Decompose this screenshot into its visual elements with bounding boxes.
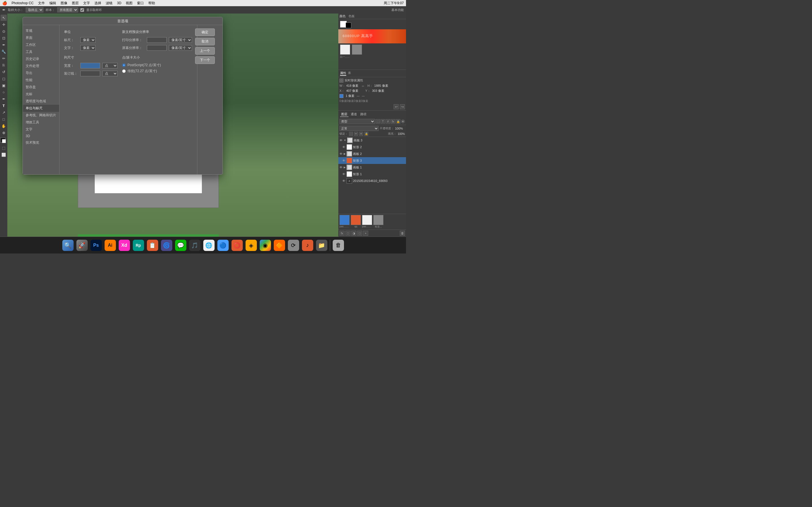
print-res-unit-select[interactable]: 像素/英寸 像素/厘米 <box>169 37 192 43</box>
show-ring-checkbox[interactable] <box>80 8 84 12</box>
dock-app12[interactable]: 🔵 <box>216 239 230 252</box>
prefs-item-interface[interactable]: 界面 <box>23 34 59 41</box>
ruler-unit-select[interactable]: 像素 英寸 厘米 <box>80 37 96 43</box>
thumb-1[interactable] <box>340 45 350 55</box>
menu-view[interactable]: 视图 <box>126 1 133 6</box>
apple-menu[interactable]: 🍎 <box>2 1 7 5</box>
gutter-input[interactable]: 12 <box>80 71 100 76</box>
zoom-tool[interactable]: ⊕ <box>1 129 7 136</box>
eye-rect3[interactable]: 👁 <box>342 159 346 163</box>
dodge-tool[interactable]: ○ <box>1 89 7 95</box>
add-mask-button[interactable]: □ <box>345 231 350 236</box>
cancel-button[interactable]: 取消 <box>195 38 215 45</box>
eye-artboard2[interactable]: 👁 <box>339 152 343 156</box>
prefs-item-units[interactable]: 单位与标尺 <box>23 105 59 112</box>
dock-app19[interactable]: 📁 <box>315 239 328 252</box>
undo-button[interactable]: ↩ <box>394 104 399 109</box>
prev-button[interactable]: 上一个 <box>195 47 215 55</box>
filter-icon5[interactable]: 🔒 <box>396 119 400 124</box>
lock-all-btn[interactable]: 🔒 <box>364 132 368 136</box>
bottom-thumb-img1[interactable] <box>340 215 350 225</box>
crop-tool[interactable]: ⊡ <box>1 35 7 41</box>
hand-tool[interactable]: ✋ <box>1 123 7 129</box>
prefs-item-history[interactable]: 历史记录 <box>23 55 59 62</box>
dock-xd[interactable]: Xd <box>118 239 131 252</box>
add-fx-button[interactable]: fx <box>340 231 345 236</box>
menu-text[interactable]: 文字 <box>83 1 90 6</box>
menu-edit[interactable]: 编辑 <box>49 1 56 6</box>
layer-img[interactable]: 👁 A 20150518154610_69093 <box>338 177 406 184</box>
dock-launchpad[interactable]: 🚀 <box>75 239 89 252</box>
prefs-item-scratch[interactable]: 暂存盘 <box>23 83 59 91</box>
prefs-item-type[interactable]: 文字 <box>23 126 59 133</box>
text-unit-select[interactable]: 像素 点 <box>80 45 96 51</box>
layer-artboard2[interactable]: 👁 ▶ 画板 2 <box>338 151 406 157</box>
move-tool[interactable]: ✛ <box>1 21 7 27</box>
filter-type-select[interactable]: 类型 <box>340 119 375 124</box>
dock-sketch[interactable]: ◈ <box>245 239 258 252</box>
dock-axure[interactable]: Rp <box>132 239 145 252</box>
next-button[interactable]: 下一个 <box>195 56 215 64</box>
prefs-item-tools[interactable]: 工具 <box>23 48 59 55</box>
fill-color-swatch[interactable] <box>340 94 343 98</box>
dock-app13[interactable]: ⭕ <box>231 239 244 252</box>
menu-image[interactable]: 图像 <box>61 1 67 6</box>
layers-tab[interactable]: 图层 <box>340 112 349 117</box>
bottom-thumb-img3[interactable] <box>362 215 372 225</box>
prefs-item-export[interactable]: 导出 <box>23 69 59 76</box>
lasso-tool[interactable]: ⊙ <box>1 28 7 34</box>
menu-3d[interactable]: 3D <box>117 1 121 5</box>
dock-app18[interactable]: ♪ <box>301 239 314 252</box>
lock-transparent-btn[interactable]: ⬚ <box>349 132 353 136</box>
selection-tool[interactable]: ↖ <box>1 15 7 21</box>
path-selection-tool[interactable]: ↗ <box>1 109 7 115</box>
prefs-item-guides[interactable]: 参考线、网格和切片 <box>23 112 59 119</box>
add-adj-button[interactable]: ◑ <box>351 231 356 236</box>
type-tool[interactable]: T <box>1 103 7 109</box>
eraser-tool[interactable]: ◻ <box>1 75 7 82</box>
dock-app7[interactable]: 🌀 <box>160 239 173 252</box>
new-layer-button[interactable]: + <box>363 231 368 236</box>
width-unit-select[interactable]: 点 像素 <box>102 63 117 68</box>
eye-rect1[interactable]: 👁 <box>342 172 346 176</box>
black-swatch[interactable] <box>346 22 351 28</box>
channels-tab[interactable]: 通道 <box>350 112 358 117</box>
screen-res-unit-select[interactable]: 像素/英寸 像素/厘米 <box>169 45 192 51</box>
menu-select[interactable]: 选择 <box>94 1 101 6</box>
screen-res-input[interactable]: 72 <box>147 45 167 51</box>
prefs-item-tech-preview[interactable]: 技术预览 <box>23 139 59 146</box>
thumb-2[interactable] <box>352 45 362 55</box>
sample-size-select[interactable]: 取样点 <box>26 7 43 12</box>
bottom-thumb-img4[interactable] <box>373 215 384 225</box>
layer-artboard1[interactable]: 👁 ▶ 画板 1 <box>338 164 406 171</box>
filter-icon1[interactable]: ⬚ <box>375 119 380 124</box>
bottom-thumb-img2[interactable] <box>351 215 361 225</box>
dock-app17[interactable]: ⟳ <box>287 239 300 252</box>
gradient-tool[interactable]: ▣ <box>1 82 7 89</box>
prefs-item-performance[interactable]: 性能 <box>23 76 59 83</box>
width-input[interactable]: 180 <box>80 63 100 68</box>
add-group-button[interactable]: □ <box>357 231 362 236</box>
dock-chrome[interactable]: ◉ <box>259 239 272 252</box>
spot-healing-tool[interactable]: 🔧 <box>1 48 7 55</box>
paths-tab[interactable]: 路径 <box>359 112 368 117</box>
filter-icon4[interactable]: fx <box>391 119 395 124</box>
blend-mode-select[interactable]: 正常 正片叠底 <box>340 126 378 131</box>
print-res-input[interactable]: 300 <box>147 37 167 43</box>
color-tab[interactable]: 颜色 <box>340 14 346 18</box>
confirm-button[interactable]: 确定 <box>195 29 215 36</box>
library-tab[interactable]: 库 <box>348 71 351 76</box>
swatches-tab[interactable]: 色板 <box>349 14 355 18</box>
filter-toggle[interactable]: ● <box>401 119 405 123</box>
postscript-radio[interactable] <box>122 63 126 67</box>
eye-artboard1[interactable]: 👁 <box>339 165 343 169</box>
brush-tool[interactable]: ✏ <box>1 55 7 61</box>
eyedropper-tool[interactable]: ✒ <box>1 42 7 48</box>
redo-button[interactable]: ↪ <box>400 104 405 109</box>
clone-stamp-tool[interactable]: ⎘ <box>1 62 7 68</box>
dock-finder[interactable]: 🔍 <box>61 239 74 252</box>
shape-tool[interactable]: □ <box>1 116 7 122</box>
prefs-item-filehandling[interactable]: 文件处理 <box>23 62 59 69</box>
dock-music[interactable]: 🎵 <box>188 239 201 252</box>
lock-position-btn[interactable]: ✛ <box>359 132 363 136</box>
